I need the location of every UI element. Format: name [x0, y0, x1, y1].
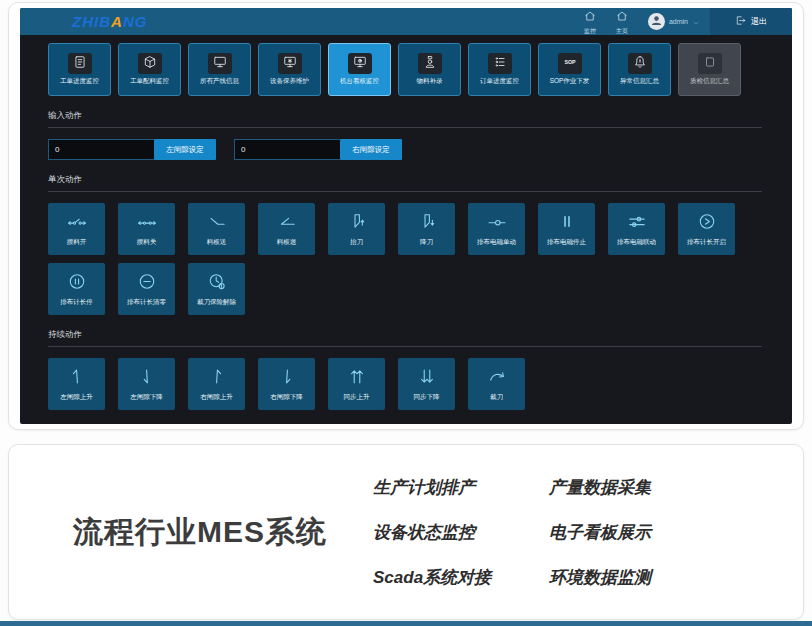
arrow-up-right-icon [205, 367, 229, 389]
square-icon [703, 55, 717, 73]
feature-column-2: 产量数据采集电子看板展示环境数据监测 [549, 476, 651, 589]
tile-label: 设备保养维护 [270, 77, 309, 86]
tile-label: 所有产线信息 [200, 77, 239, 86]
input-actions-header: 输入动作 [48, 110, 762, 128]
action-button-label: 左闸隙上升 [60, 393, 93, 402]
set-button-右闸隙设定[interactable]: 右闸隙设定 [340, 139, 402, 160]
nav-item-1[interactable]: 监控 [584, 8, 596, 36]
tile-icon-box [418, 53, 442, 74]
feature-column-1: 生产计划排产设备状态监控Scada系统对接 [373, 476, 491, 589]
user-icon [650, 13, 663, 30]
monitor-camera-icon [353, 55, 367, 73]
action-button-label: 排布计长清零 [127, 298, 166, 307]
svg-text:SOP: SOP [564, 59, 576, 65]
action-button-降刀[interactable]: 降刀 [398, 203, 455, 255]
set-button-左闸隙设定[interactable]: 左闸隙设定 [154, 139, 216, 160]
document-icon [73, 55, 87, 73]
tile-物料补录[interactable]: 物料补录 [398, 43, 461, 96]
sop-icon: SOP [563, 55, 577, 73]
topbar: ZHIBANG 监控主页 admin 退出 [20, 8, 792, 35]
action-button-料板退[interactable]: 料板退 [258, 203, 315, 255]
tile-icon-box [68, 53, 92, 74]
pause-circle-icon [65, 272, 89, 294]
action-button-排布计长停[interactable]: 排布计长停 [48, 263, 105, 315]
feature-item: 产量数据采集 [549, 476, 651, 499]
app-screenshot-card: ZHIBANG 监控主页 admin 退出 工单进度监控工单配料监控所有产线信息… [8, 2, 804, 430]
action-button-右闸隙上升[interactable]: 右闸隙上升 [188, 358, 245, 410]
module-tiles-row: 工单进度监控工单配料监控所有产线信息设备保养维护机台看板监控物料补录订单进度监控… [48, 43, 762, 96]
action-button-抬刀[interactable]: 抬刀 [328, 203, 385, 255]
tile-SOP作业下发[interactable]: SOPSOP作业下发 [538, 43, 601, 96]
action-button-左闸隙下降[interactable]: 左闸隙下降 [118, 358, 175, 410]
box-icon [143, 55, 157, 73]
tile-设备保养维护[interactable]: 设备保养维护 [258, 43, 321, 96]
tile-工单配料监控[interactable]: 工单配料监控 [118, 43, 181, 96]
logout-label: 退出 [751, 16, 767, 27]
play-circle-icon [695, 212, 719, 234]
action-button-排布电磁联动[interactable]: 排布电磁联动 [608, 203, 665, 255]
tile-工单进度监控[interactable]: 工单进度监控 [48, 43, 111, 96]
angle-right-icon [205, 212, 229, 234]
tile-label: 物料补录 [417, 77, 443, 86]
action-button-排布电磁单动[interactable]: 排布电磁单动 [468, 203, 525, 255]
feature-item: 电子看板展示 [549, 521, 651, 544]
action-button-label: 降刀 [420, 238, 433, 247]
action-button-label: 同步下降 [414, 393, 440, 402]
line-circle-icon [485, 212, 509, 234]
arrow-down-left-icon [135, 367, 159, 389]
tile-订单进度监控[interactable]: 订单进度监控 [468, 43, 531, 96]
tile-icon-box [138, 53, 162, 74]
tile-icon-box [278, 53, 302, 74]
action-button-label: 排布电磁单动 [477, 238, 516, 247]
action-button-排布计长清零[interactable]: 排布计长清零 [118, 263, 175, 315]
logout-button[interactable]: 退出 [710, 8, 792, 35]
tile-所有产线信息[interactable]: 所有产线信息 [188, 43, 251, 96]
action-button-label: 排布计长开启 [687, 238, 726, 247]
tile-异常信息汇总[interactable]: 异常信息汇总 [608, 43, 671, 96]
action-button-同步下降[interactable]: 同步下降 [398, 358, 455, 410]
action-button-右闸隙下降[interactable]: 右闸隙下降 [258, 358, 315, 410]
list-icon [493, 55, 507, 73]
action-button-label: 右闸隙上升 [200, 393, 233, 402]
sliders-icon [625, 212, 649, 234]
bottom-strip [0, 621, 812, 626]
tile-label: 订单进度监控 [480, 77, 519, 86]
topbar-nav: 监控主页 [584, 8, 648, 36]
action-button-label: 料板退 [277, 238, 297, 247]
action-button-左闸隙上升[interactable]: 左闸隙上升 [48, 358, 105, 410]
action-button-摆料开[interactable]: 摆料开 [48, 203, 105, 255]
double-arrow-down-icon [415, 367, 439, 389]
action-button-同步上升[interactable]: 同步上升 [328, 358, 385, 410]
feature-item: 设备状态监控 [373, 521, 491, 544]
app-content: 工单进度监控工单配料监控所有产线信息设备保养维护机台看板监控物料补录订单进度监控… [20, 35, 792, 424]
feature-list: 生产计划排产设备状态监控Scada系统对接 产量数据采集电子看板展示环境数据监测 [373, 476, 651, 589]
monitor-gear-icon [283, 55, 297, 73]
arrow-up-left-icon [65, 367, 89, 389]
nav-item-2[interactable]: 主页 [616, 8, 628, 36]
tile-label: 机台看板监控 [340, 77, 379, 86]
avatar [648, 13, 665, 30]
action-button-label: 裁刀 [490, 393, 503, 402]
gap-value-input-1[interactable] [48, 139, 154, 160]
action-button-排布计长开启[interactable]: 排布计长开启 [678, 203, 735, 255]
feature-item: 环境数据监测 [549, 566, 651, 589]
gap-value-input-2[interactable] [234, 139, 340, 160]
action-button-label: 同步上升 [344, 393, 370, 402]
double-arrow-up-icon [345, 367, 369, 389]
action-button-label: 排布电磁联动 [617, 238, 656, 247]
single-actions-header: 单次动作 [48, 174, 762, 192]
angle-left-icon [275, 212, 299, 234]
tile-质检信息汇总: 质检信息汇总 [678, 43, 741, 96]
home-icon [616, 8, 628, 26]
action-button-摆料关[interactable]: 摆料关 [118, 203, 175, 255]
action-button-裁刀保险解除[interactable]: 裁刀保险解除 [188, 263, 245, 315]
action-button-label: 裁刀保险解除 [197, 298, 236, 307]
zhibang-logo: ZHIBANG [72, 13, 147, 30]
tile-机台看板监控[interactable]: 机台看板监控 [328, 43, 391, 96]
action-button-料板送[interactable]: 料板送 [188, 203, 245, 255]
action-button-label: 排布电磁停止 [547, 238, 586, 247]
action-button-排布电磁停止[interactable]: 排布电磁停止 [538, 203, 595, 255]
user-menu[interactable]: admin [648, 13, 700, 31]
continuous-actions-header: 持续动作 [48, 329, 762, 347]
action-button-裁刀[interactable]: 裁刀 [468, 358, 525, 410]
